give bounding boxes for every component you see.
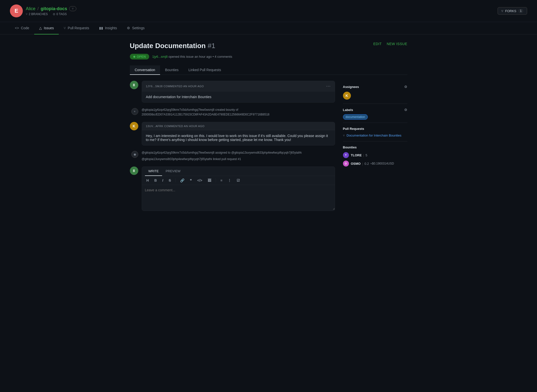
repo-title-top: Alice / gitopia-docs ⑂ <box>26 6 76 11</box>
sidebar-assignees: Assignees ⚙ K <box>343 81 407 104</box>
write-card: WRITE PREVIEW H B I S 🔗 ❝ </> 🖼 <box>142 167 335 211</box>
repo-name[interactable]: gitopia-docs <box>41 6 67 11</box>
sub-tabs: Conversation Bounties Linked Pull Reques… <box>130 65 407 75</box>
tab-settings[interactable]: ⚙ Settings <box>122 22 150 34</box>
issue-comments-count: 4 comments <box>215 55 232 58</box>
write-area: 8 WRITE PREVIEW H B I S 🔗 ❝ </> <box>130 167 335 211</box>
sidebar-pr-header: Pull Requests <box>343 127 407 131</box>
fork-icon-btn: ⑂ <box>501 9 503 13</box>
bounty-item-1: T TLORE | 5 <box>343 152 407 158</box>
issue-actions: EDIT NEW ISSUE <box>373 42 407 46</box>
toolbar-task-button[interactable]: ☑ <box>236 178 241 183</box>
bounty-usd-2: ≈$0.1900314USD <box>370 162 394 165</box>
toolbar-link-button[interactable]: 🔗 <box>179 178 185 183</box>
fork-icon: ⑂ <box>72 7 74 10</box>
issue-number: #1 <box>208 42 215 50</box>
main-content: Update Documentation #1 EDIT NEW ISSUE O… <box>120 34 417 218</box>
branches-count: 2 BRANCHES <box>29 12 48 16</box>
forks-button[interactable]: ⑂ FORKS 1 <box>498 7 527 15</box>
label-documentation[interactable]: documentation <box>343 114 368 120</box>
sidebar-labels-title: Labels <box>343 108 353 112</box>
tab-nav: <> Code △ Issues ⑂ Pull Requests ▮▮ Insi… <box>0 22 537 34</box>
issue-status-row: OPEN 1jy6...smj8 opened this issue an ho… <box>130 54 407 59</box>
forks-label: FORKS <box>505 9 516 13</box>
tab-code[interactable]: <> Code <box>10 22 34 34</box>
bounty-amount-1: 5 <box>366 153 367 157</box>
issue-title: Update Documentation #1 <box>130 42 215 50</box>
tab-pr-label: Pull Requests <box>68 26 89 30</box>
bounty-token-icon-1: T <box>343 152 349 158</box>
issue-title-text: Update Documentation <box>130 42 206 50</box>
toolbar-strikethrough-button[interactable]: S <box>168 178 172 183</box>
tab-pull-requests[interactable]: ⑂ Pull Requests <box>59 22 94 34</box>
comment-header-1: 1JY6...SMJ8 COMMENTED AN HOUR AGO ··· <box>142 81 335 91</box>
issue-meta-text: 1jy6...smj8 opened this issue an hour ag… <box>152 55 232 58</box>
repo-info: E Alice / gitopia-docs ⑂ ⑂ 2 BRANCHES ⊙ … <box>10 4 76 17</box>
write-tab-write[interactable]: WRITE <box>145 167 162 176</box>
sidebar-labels-header: Labels ⚙ <box>343 108 407 112</box>
sub-tab-linked-pr[interactable]: Linked Pull Requests <box>183 65 226 75</box>
tag-icon: ⊙ <box>53 12 55 16</box>
status-label: OPEN <box>137 55 146 58</box>
comment-body-1: 1JY6...SMJ8 COMMENTED AN HOUR AGO ··· Ad… <box>142 81 335 103</box>
repo-owner[interactable]: Alice <box>26 6 35 11</box>
branches-info: ⑂ 2 BRANCHES <box>26 12 48 16</box>
toolbar-ol-button[interactable]: ⋮ <box>227 178 232 183</box>
bounty-amount-2: 0.2 <box>365 162 369 166</box>
sidebar-bounties-title: Bounties <box>343 145 357 149</box>
sidebar-bounties: Bounties T TLORE | 5 O OSMO | 0.2 <box>343 141 407 173</box>
sidebar-pr-title: Pull Requests <box>343 127 364 131</box>
toolbar-code-button[interactable]: </> <box>196 178 203 183</box>
write-textarea[interactable] <box>142 185 335 210</box>
forks-count: 1 <box>518 9 523 13</box>
bounty-item-2: O OSMO | 0.2 ≈$0.1900314USD <box>343 161 407 167</box>
new-issue-button[interactable]: NEW ISSUE <box>387 42 407 46</box>
issue-author-link[interactable]: 1jy6...smj8 <box>152 55 168 58</box>
repo-separator: / <box>37 6 39 11</box>
toolbar-h-button[interactable]: H <box>145 178 150 183</box>
toolbar-ul-button[interactable]: ≡ <box>219 178 223 183</box>
code-icon: <> <box>15 26 19 30</box>
tab-insights[interactable]: ▮▮ Insights <box>94 22 122 34</box>
sub-tab-bounties[interactable]: Bounties <box>160 65 183 75</box>
event-text-2: @gitopia1jy6zqv62qrg59kmr7s5dzfumthgq7fe… <box>142 150 302 161</box>
sidebar-assignees-title: Assignees <box>343 85 359 89</box>
comment-card-1: 8 1JY6...SMJ8 COMMENTED AN HOUR AGO ··· … <box>130 81 335 103</box>
comment-menu-1[interactable]: ··· <box>326 84 331 89</box>
labels-gear-icon[interactable]: ⚙ <box>404 108 407 112</box>
bounty-sep-2: | <box>362 162 363 166</box>
toolbar-bold-button[interactable]: B <box>153 178 158 183</box>
edit-button[interactable]: EDIT <box>373 42 382 46</box>
sub-tab-conversation[interactable]: Conversation <box>130 65 160 75</box>
issue-opened-text: opened this issue an hour ago • <box>169 55 215 58</box>
toolbar-quote-button[interactable]: ❝ <box>189 178 193 183</box>
toolbar-image-button[interactable]: 🖼 <box>207 178 212 183</box>
comment-text-2: Hey, I am interested in working on this.… <box>142 130 335 145</box>
comment-body-2: 13UV...AFRK COMMENTED AN HOUR AGO Hey, I… <box>142 122 335 145</box>
repo-meta: ⑂ 2 BRANCHES ⊙ 0 TAGS <box>26 12 76 16</box>
sidebar-bounties-header: Bounties <box>343 145 407 149</box>
tab-issues-label: Issues <box>44 26 54 30</box>
comment-text-1: Add documentation for Interchain Bountie… <box>142 91 335 102</box>
write-tab-preview[interactable]: PREVIEW <box>162 167 184 176</box>
pr-item-label: Documentation for Interchain Bounties <box>347 134 401 137</box>
assignees-gear-icon[interactable]: ⚙ <box>404 85 407 89</box>
comment-avatar-1: 8 <box>130 81 138 89</box>
pr-item-1[interactable]: ⑂ Documentation for Interchain Bounties <box>343 134 407 137</box>
bounty-symbol-1: TLORE <box>351 153 362 157</box>
event-icon-1: + <box>131 108 138 115</box>
content-layout: 8 1JY6...SMJ8 COMMENTED AN HOUR AGO ··· … <box>130 81 407 211</box>
comment-card-2: K 13UV...AFRK COMMENTED AN HOUR AGO Hey,… <box>130 122 335 145</box>
tab-issues[interactable]: △ Issues <box>34 22 59 34</box>
toolbar-italic-button[interactable]: I <box>161 178 164 183</box>
write-avatar: 8 <box>130 167 138 175</box>
event-row-1: + @gitopia1jy6zqv62qrg59kmr7s5dzfumthgq7… <box>130 108 335 117</box>
comment-author-time-2: 13UV...AFRK COMMENTED AN HOUR AGO <box>146 125 205 128</box>
top-bar: E Alice / gitopia-docs ⑂ ⑂ 2 BRANCHES ⊙ … <box>0 0 537 22</box>
toolbar-sep-1 <box>175 178 176 182</box>
repo-title: Alice / gitopia-docs ⑂ ⑂ 2 BRANCHES ⊙ 0 … <box>26 6 76 16</box>
comment-author-time-1: 1JY6...SMJ8 COMMENTED AN HOUR AGO <box>146 85 204 88</box>
write-toolbar: H B I S 🔗 ❝ </> 🖼 ≡ ⋮ ☑ <box>142 176 335 185</box>
open-dot <box>133 56 135 58</box>
sidebar-labels: Labels ⚙ documentation <box>343 104 407 123</box>
